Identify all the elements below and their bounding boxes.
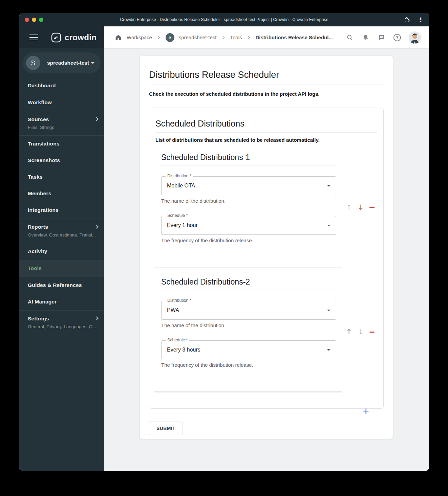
- sidebar-item-ai-manager[interactable]: AI Manager: [19, 294, 104, 310]
- crowdin-logo-text: crowdin: [65, 33, 97, 42]
- field-value: Mobile OTA: [167, 177, 195, 195]
- item-controls: ↑ ↓: [346, 301, 377, 380]
- crowdin-logo-icon: [51, 32, 61, 43]
- chevron-right-icon: [221, 35, 226, 40]
- field-helper-text: The frequency of the distribution releas…: [161, 362, 336, 368]
- project-selector[interactable]: S spreadsheet-test: [23, 52, 101, 73]
- page-content: Distributions Release Scheduler Check th…: [104, 48, 429, 471]
- breadcrumb-project[interactable]: spreadsheet-test: [179, 35, 217, 40]
- chevron-right-icon: [94, 117, 98, 121]
- sidebar-item-screenshots[interactable]: Screenshots: [19, 152, 104, 169]
- messages-icon[interactable]: [378, 33, 386, 42]
- minus-icon: [369, 332, 375, 333]
- page-title: Distributions Release Scheduler: [149, 70, 384, 80]
- move-up-button[interactable]: ↑: [346, 329, 352, 336]
- field-helper-text: The frequency of the distribution releas…: [161, 238, 336, 243]
- page-description: Check the execution of scheduled distrib…: [149, 91, 384, 97]
- hamburger-menu-icon[interactable]: [29, 35, 38, 41]
- chevron-right-icon: [94, 316, 98, 320]
- chevron-right-icon: [247, 35, 251, 40]
- user-avatar[interactable]: [409, 31, 421, 44]
- sidebar-item-sources[interactable]: Sources Files, Strings: [19, 111, 104, 135]
- window-titlebar: Crowdin Enterprise - Distributions Relea…: [19, 13, 429, 26]
- scheduled-distribution-section-1: Scheduled Distributions-1 Distribution *…: [161, 153, 377, 267]
- minimize-window-button[interactable]: [32, 18, 36, 22]
- chevron-right-icon: [156, 35, 161, 40]
- dropdown-caret-icon: [327, 310, 330, 311]
- traffic-lights: [25, 18, 72, 22]
- submit-button[interactable]: SUBMIT: [149, 422, 183, 435]
- dropdown-caret-icon: [327, 349, 330, 351]
- scheduled-distribution-section-2: Scheduled Distributions-2 Distribution *…: [161, 277, 377, 392]
- home-icon[interactable]: [114, 33, 122, 42]
- move-up-button[interactable]: ↑: [346, 204, 352, 211]
- sidebar-item-integrations[interactable]: Integrations: [19, 202, 104, 219]
- breadcrumb: Workspace S spreadsheet-test Tools Distr…: [114, 33, 333, 42]
- scheduler-card: Distributions Release Scheduler Check th…: [140, 56, 393, 439]
- sidebar-item-workflow[interactable]: Workflow: [19, 94, 104, 111]
- dropdown-caret-icon: [327, 225, 330, 226]
- scheduled-distributions-panel: Scheduled Distributions List of distribu…: [149, 108, 384, 409]
- sidebar-header: crowdin: [19, 26, 104, 48]
- chevron-right-icon: [94, 225, 98, 228]
- divider: [154, 391, 342, 392]
- panel-title: Scheduled Distributions: [155, 119, 377, 129]
- crowdin-logo[interactable]: crowdin: [51, 32, 97, 43]
- divider: [154, 267, 342, 267]
- field-helper-text: The name of the distribution.: [161, 198, 336, 204]
- field-helper-text: The name of the distribution.: [161, 322, 336, 328]
- maximize-window-button[interactable]: [39, 18, 43, 22]
- panel-description: List of distributions that are scheduled…: [155, 137, 377, 143]
- browser-menu-icon[interactable]: ⋮: [418, 17, 424, 23]
- distribution-select[interactable]: Distribution * PWA: [161, 301, 336, 320]
- breadcrumb-tools[interactable]: Tools: [230, 35, 242, 40]
- move-down-button[interactable]: ↓: [358, 204, 364, 211]
- remove-item-button[interactable]: [369, 329, 375, 333]
- project-name: spreadsheet-test: [47, 60, 91, 66]
- chevron-down-icon: [91, 62, 94, 64]
- breadcrumb-project-badge[interactable]: S: [166, 33, 174, 42]
- add-item-button[interactable]: +: [363, 406, 369, 416]
- sidebar-item-guides-references[interactable]: Guides & References: [19, 277, 104, 294]
- section-title: Scheduled Distributions-1: [161, 153, 336, 165]
- help-icon[interactable]: ?: [393, 34, 401, 41]
- schedule-select[interactable]: Schedule * Every 1 hour: [161, 216, 336, 235]
- sidebar-item-reports[interactable]: Reports Overview, Cost estimate, Transl.…: [19, 219, 104, 243]
- breadcrumb-workspace[interactable]: Workspace: [127, 35, 152, 40]
- dropdown-caret-icon: [327, 185, 330, 187]
- topnav-actions: ?: [346, 31, 421, 44]
- notifications-bell-icon[interactable]: [362, 33, 370, 42]
- divider: [149, 85, 384, 85]
- divider: [155, 132, 377, 133]
- field-value: Every 3 hours: [167, 341, 200, 359]
- breadcrumb-current-page: Distributions Release Schedul...: [256, 35, 333, 40]
- distribution-select[interactable]: Distribution * Mobile OTA: [161, 176, 336, 195]
- sidebar: crowdin S spreadsheet-test Dashboard Wor…: [19, 26, 104, 471]
- top-navigation-bar: Workspace S spreadsheet-test Tools Distr…: [104, 26, 429, 48]
- sidebar-item-members[interactable]: Members: [19, 185, 104, 202]
- move-down-button[interactable]: ↓: [358, 329, 364, 336]
- sidebar-item-settings[interactable]: Settings General, Privacy, Languages, Q.…: [19, 311, 104, 335]
- field-value: Every 1 hour: [167, 216, 198, 234]
- window-title: Crowdin Enterprise - Distributions Relea…: [72, 17, 376, 22]
- minus-icon: [369, 207, 375, 208]
- sidebar-item-tools[interactable]: Tools: [19, 260, 104, 277]
- sidebar-nav: Dashboard Workflow Sources Files, String…: [19, 77, 104, 471]
- sidebar-item-tasks[interactable]: Tasks: [19, 169, 104, 185]
- sidebar-item-dashboard[interactable]: Dashboard: [19, 77, 104, 94]
- close-window-button[interactable]: [25, 18, 29, 22]
- sidebar-item-translations[interactable]: Translations: [19, 136, 104, 152]
- section-title: Scheduled Distributions-2: [161, 277, 336, 290]
- extensions-icon[interactable]: [402, 16, 410, 24]
- search-icon[interactable]: [346, 33, 354, 42]
- project-avatar: S: [26, 56, 40, 70]
- field-value: PWA: [167, 301, 179, 319]
- browser-window: Crowdin Enterprise - Distributions Relea…: [19, 13, 429, 471]
- remove-item-button[interactable]: [369, 204, 375, 208]
- sidebar-item-activity[interactable]: Activity: [19, 243, 104, 260]
- item-controls: ↑ ↓: [346, 176, 377, 255]
- schedule-select[interactable]: Schedule * Every 3 hours: [161, 340, 336, 359]
